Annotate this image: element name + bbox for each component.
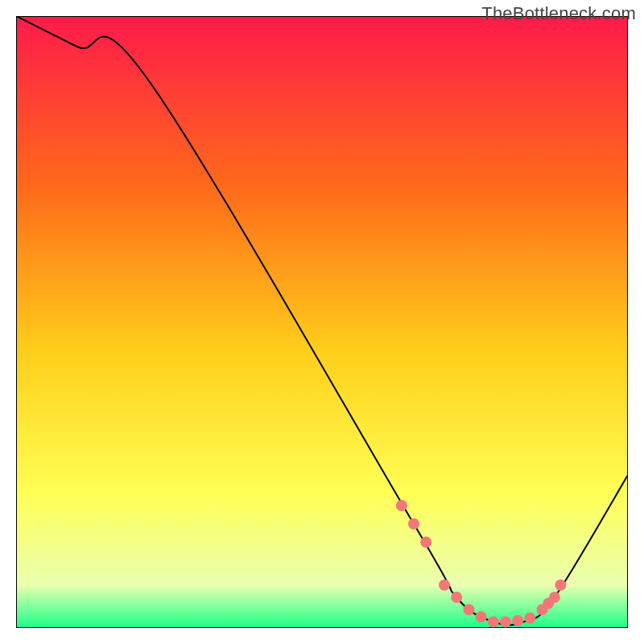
- highlight-dot: [555, 580, 566, 591]
- highlight-dot: [524, 613, 535, 624]
- highlight-dot: [439, 580, 450, 591]
- highlight-dot: [500, 616, 511, 627]
- highlight-dot: [512, 615, 523, 626]
- watermark-text: TheBottleneck.com: [481, 3, 636, 24]
- highlight-dot: [488, 616, 499, 627]
- chart-svg: [16, 16, 628, 628]
- highlight-dot: [476, 611, 487, 622]
- highlight-dot: [396, 500, 407, 511]
- chart-background: [16, 16, 628, 628]
- highlight-dot: [408, 518, 419, 530]
- highlight-dot: [463, 604, 474, 615]
- highlight-dot: [549, 592, 560, 603]
- bottleneck-chart: [16, 16, 628, 628]
- highlight-dot: [451, 592, 462, 603]
- highlight-dot: [420, 537, 431, 548]
- chart-container: TheBottleneck.com: [0, 0, 644, 644]
